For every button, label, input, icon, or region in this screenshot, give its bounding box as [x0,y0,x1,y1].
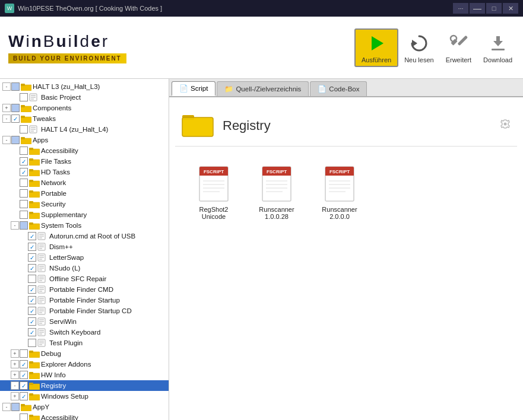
tree-item[interactable]: Portable Finder CMD [0,284,169,295]
expand-button[interactable]: - [2,82,11,91]
tree-item[interactable]: Dism++ [0,241,169,252]
checkbox[interactable] [11,403,20,411]
expand-button[interactable]: - [2,114,11,123]
checkbox[interactable] [20,179,28,187]
tree-item[interactable]: ServiWin [0,316,169,327]
ausfuhren-button[interactable]: Ausführen [354,28,398,67]
checkbox[interactable] [20,211,28,219]
tree-item[interactable]: Accessibility [0,145,169,156]
tree-item[interactable]: Supplementary [0,209,169,220]
checkbox[interactable] [20,189,28,198]
tree-item[interactable]: Autorun.cmd at Root of USB [0,231,169,241]
tree-item[interactable]: LetterSwap [0,252,169,263]
tree-item[interactable]: Accessibility [0,412,169,420]
registry-folder-icon [181,109,214,142]
expand-button[interactable]: + [11,371,19,379]
tree-item[interactable]: Switch Keyboard [0,327,169,338]
tree-item[interactable]: Portable Finder Startup [0,295,169,306]
checkbox[interactable] [20,200,28,208]
tree-item[interactable]: File Tasks [0,156,169,167]
checkbox[interactable] [20,371,28,379]
checkbox[interactable] [20,147,28,155]
checkbox[interactable] [28,275,36,283]
tree-item[interactable]: + Windows Setup [0,391,169,402]
checkbox[interactable] [20,413,28,420]
settings-icon[interactable] [499,119,511,133]
tree-item-label: HW Info [41,371,66,378]
folder-icon [29,392,40,400]
expand-button[interactable]: + [11,360,19,368]
checkbox[interactable] [28,285,36,294]
tree-item[interactable]: - Apps [0,135,169,145]
tree-item[interactable]: HALT L4 (zu_Halt_L4) [0,124,169,135]
tree-item[interactable]: - AppY [0,402,169,412]
folder-icon [29,349,40,358]
tree-item[interactable]: Offline SFC Repair [0,273,169,284]
checkbox[interactable] [11,104,20,112]
expand-button[interactable]: - [2,136,11,144]
checkbox[interactable] [28,243,36,251]
checkbox[interactable] [20,221,28,230]
checkbox[interactable] [20,381,28,390]
expand-button[interactable]: - [2,403,11,411]
expand-button[interactable]: + [11,349,19,358]
tree-item[interactable]: + Explorer Addons [0,359,169,370]
tree-item[interactable]: + HW Info [0,370,169,380]
checkbox[interactable] [11,82,20,91]
checkbox[interactable] [28,253,36,262]
neu-lesen-button[interactable]: Neu lesen [398,30,440,66]
folder-icon [21,136,31,144]
checkbox[interactable] [20,360,28,368]
tree-item[interactable]: NSudo (L) [0,263,169,273]
checkbox[interactable] [20,125,28,133]
tree-item[interactable]: Portable [0,188,169,199]
expand-button[interactable]: - [11,381,19,390]
tree-item[interactable]: Network [0,177,169,188]
checkbox[interactable] [28,328,36,336]
checkbox[interactable] [28,264,36,272]
sidebar[interactable]: - HALT L3 (zu_Halt_L3) Basic Project+ Co… [0,79,169,420]
script-item[interactable]: FSCRIPT Runscanner 2.0.0.0 [313,162,366,224]
tree-item[interactable]: + Components [0,103,169,113]
tree-item[interactable]: HD Tasks [0,167,169,177]
more-button[interactable]: ··· [453,3,468,14]
tab-script[interactable]: 📄 Script [172,81,215,96]
tree-item-label: HALT L4 (zu_Halt_L4) [41,126,108,133]
expand-button[interactable]: + [11,392,19,400]
checkbox[interactable] [28,296,36,304]
tree-item[interactable]: - Registry [0,380,169,391]
checkbox[interactable] [28,307,36,315]
tree-item[interactable]: Security [0,199,169,209]
checkbox[interactable] [20,392,28,400]
checkbox[interactable] [20,349,28,358]
file-icon [37,317,48,326]
download-button[interactable]: Download [477,30,518,66]
tree-item[interactable]: - HALT L3 (zu_Halt_L3) [0,81,169,92]
tree-item-label: ServiWin [49,318,77,325]
tab-quell[interactable]: 📁 Quell-/Zielverzeichnis [217,81,309,96]
checkbox[interactable] [20,168,28,176]
tab-code-box[interactable]: 📄 Code-Box [310,81,367,96]
minimize-button[interactable]: — [470,3,485,14]
erweitert-button[interactable]: Erweitert [440,30,477,66]
checkbox[interactable] [28,317,36,326]
checkbox[interactable] [20,157,28,166]
tree-item[interactable]: - Tweaks [0,113,169,124]
expand-button[interactable]: + [2,104,11,112]
checkbox[interactable] [11,136,20,144]
tree-item[interactable]: Test Plugin [0,338,169,348]
tree-item[interactable]: + Debug [0,348,169,359]
checkbox[interactable] [28,232,36,240]
checkbox[interactable] [11,114,20,123]
tree-item[interactable]: Portable Finder Startup CD [0,306,169,316]
checkbox[interactable] [28,339,36,347]
checkbox[interactable] [20,93,28,101]
tree-item[interactable]: Basic Project [0,92,169,103]
tree-item[interactable]: - System Tools [0,220,169,231]
script-item[interactable]: FSCRIPT Runscanner 1.0.0.28 [250,162,303,224]
close-button[interactable]: ✕ [503,3,518,14]
maximize-button[interactable]: □ [486,3,502,14]
script-item[interactable]: FSCRIPT RegShot2 Unicode [187,162,240,224]
expand-button[interactable]: - [11,221,19,230]
file-icon [37,232,48,240]
